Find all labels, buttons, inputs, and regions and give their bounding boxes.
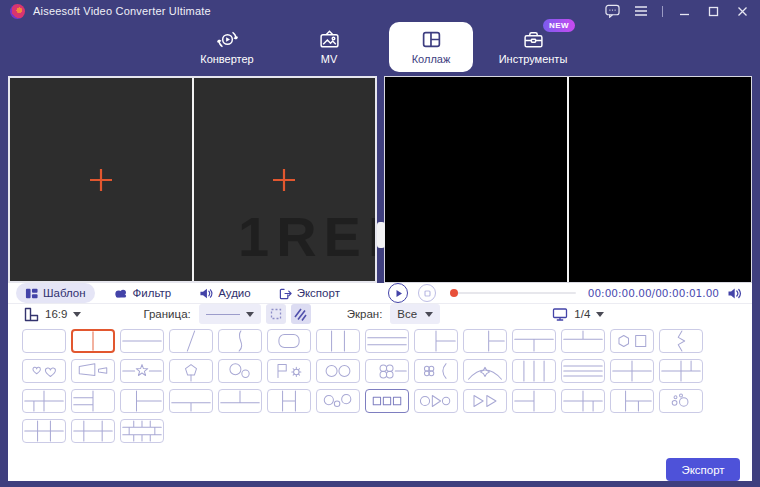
monitor-icon [552,307,568,322]
minimize-button[interactable] [676,3,692,19]
template-split-4-horizontal[interactable] [561,359,605,383]
feedback-icon[interactable] [604,3,620,19]
progress-track[interactable] [450,292,576,294]
template-two-top-one-bottom-b[interactable] [218,389,262,413]
playhead[interactable] [450,289,458,297]
template-rounded-inset[interactable] [267,329,311,353]
video-preview [384,76,752,283]
volume-icon [727,287,742,300]
template-dots[interactable] [659,389,703,413]
converter-icon [217,28,238,50]
tab-filter[interactable]: Фильтр [105,283,181,303]
template-split-3-vertical[interactable] [316,329,360,353]
template-three-circles[interactable] [316,389,360,413]
collage-cell-1[interactable] [10,78,194,281]
template-circle-triangle-circle[interactable] [414,389,458,413]
add-video-icon[interactable] [272,168,296,192]
template-circles-equal[interactable] [316,359,360,383]
new-badge: NEW [543,19,575,32]
template-clover[interactable] [365,359,409,383]
template-banners[interactable] [71,359,115,383]
template-big-left-two-right[interactable] [463,329,507,353]
play-button[interactable] [388,283,408,303]
template-split-4-vertical[interactable] [512,359,556,383]
template-star-line[interactable] [120,359,164,383]
add-video-icon[interactable] [89,168,113,192]
template-single[interactable] [22,329,66,353]
template-pentagon[interactable] [169,359,213,383]
border-style-select[interactable] [199,304,261,324]
page-value: 1/4 [574,308,590,320]
border-label: Граница: [143,308,190,320]
template-zigzag[interactable] [659,329,703,353]
template-one-top-two-bottom[interactable] [512,329,556,353]
watermark: 1REP [238,204,377,269]
app-window: Aiseesoft Video Converter Ultimate [0,0,760,487]
template-hex-square[interactable] [610,329,654,353]
filter-icon [114,287,128,300]
template-split-3-horizontal[interactable] [365,329,409,353]
tab-template-label: Шаблон [43,287,86,299]
aspect-ratio-icon [24,307,39,322]
progress-slider[interactable] [450,288,576,298]
nav-tab-collage[interactable]: Коллаж [389,22,473,72]
template-grid-3x3-center[interactable] [120,419,164,443]
template-grid-2x2-bottom-right-split[interactable] [561,389,605,413]
template-diagonal[interactable] [169,329,213,353]
template-left-1-right-2-rows[interactable] [120,389,164,413]
splitter-handle[interactable] [377,222,385,248]
tab-template[interactable]: Шаблон [16,283,95,303]
tab-audio[interactable]: Аудио [190,283,259,303]
template-split-2-vertical[interactable] [71,329,115,353]
panel-tabs: Шаблон Фильтр Аудио [8,283,382,303]
template-arc-star[interactable] [463,359,507,383]
nav-tab-mv[interactable]: MV [287,22,371,68]
maximize-button[interactable] [705,3,721,19]
titlebar: Aiseesoft Video Converter Ultimate [0,0,760,22]
stop-button[interactable] [418,284,436,302]
template-grid-left-split[interactable] [512,389,556,413]
volume-button[interactable] [727,287,742,300]
nav-tab-toolbox[interactable]: NEW Инструменты [491,22,575,68]
audio-icon [199,287,213,300]
chevron-down-icon [73,312,81,317]
template-grid-2x2-bottom-left-split[interactable] [22,389,66,413]
close-button[interactable] [734,3,750,19]
border-color-button[interactable] [291,304,311,324]
export-button[interactable]: Экспорт [666,458,740,481]
tabs-player-band: Шаблон Фильтр Аудио [8,283,752,304]
template-flag-gear[interactable] [267,359,311,383]
line-style-sample [206,314,240,315]
template-circles-big-small[interactable] [218,359,262,383]
template-hearts[interactable] [22,359,66,383]
page-select[interactable]: 1/4 [552,307,604,322]
nav-tab-converter[interactable]: Конвертер [185,22,269,68]
export-row: Экспорт [8,443,752,481]
template-h-layout[interactable] [267,389,311,413]
app-logo-icon [10,4,25,19]
template-two-top-one-bottom[interactable] [561,329,605,353]
template-one-top-two-bottom-b[interactable] [169,389,213,413]
template-split-2-horizontal[interactable] [120,329,164,353]
template-curve[interactable] [218,329,262,353]
template-two-arrows[interactable] [463,389,507,413]
aspect-ratio-select[interactable]: 16:9 [24,307,81,322]
tab-export[interactable]: Экспорт [270,283,349,303]
template-left-3-rows-right-1[interactable] [71,389,115,413]
screen-select[interactable]: Все [390,304,440,324]
stripes-icon [294,308,307,321]
screen-value: Все [397,308,417,320]
template-one-left-two-right[interactable] [414,329,458,353]
template-grid-3x2-wide-middle[interactable] [71,419,115,443]
border-dash-button[interactable] [266,304,286,324]
template-flower-arc[interactable] [414,359,458,383]
template-left-1-right-grid[interactable] [610,389,654,413]
main-nav: Конвертер MV Коллаж [0,22,760,70]
export-icon [279,287,292,300]
screen-label: Экран: [347,308,383,320]
template-grid-2x2-top-right-split[interactable] [659,359,703,383]
menu-icon[interactable] [633,3,649,19]
template-three-squares[interactable] [365,389,409,413]
template-grid-3x2[interactable] [22,419,66,443]
template-grid-2x2[interactable] [610,359,654,383]
